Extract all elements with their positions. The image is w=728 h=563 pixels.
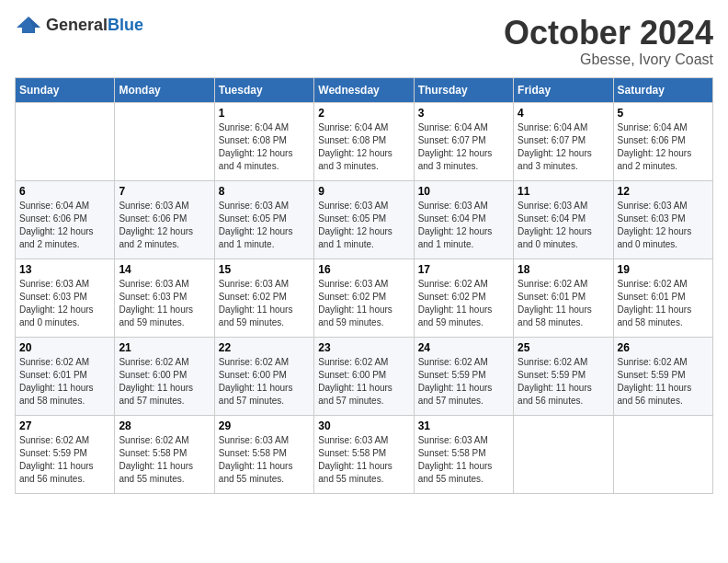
day-info: Sunrise: 6:02 AMSunset: 5:59 PMDaylight:…	[518, 356, 609, 408]
calendar-week-row: 6Sunrise: 6:04 AMSunset: 6:06 PMDaylight…	[16, 180, 713, 259]
day-info: Sunrise: 6:03 AMSunset: 6:05 PMDaylight:…	[318, 200, 409, 251]
calendar-cell: 27Sunrise: 6:02 AMSunset: 5:59 PMDayligh…	[16, 415, 115, 493]
day-info: Sunrise: 6:02 AMSunset: 6:01 PMDaylight:…	[518, 278, 609, 329]
calendar-cell: 26Sunrise: 6:02 AMSunset: 5:59 PMDayligh…	[613, 337, 712, 415]
day-number: 17	[418, 263, 509, 276]
day-info: Sunrise: 6:03 AMSunset: 5:58 PMDaylight:…	[219, 434, 310, 486]
day-info: Sunrise: 6:03 AMSunset: 5:58 PMDaylight:…	[418, 434, 509, 486]
weekday-header-wednesday: Wednesday	[314, 77, 414, 102]
calendar-cell: 6Sunrise: 6:04 AMSunset: 6:06 PMDaylight…	[16, 180, 115, 259]
day-number: 21	[119, 341, 210, 354]
day-info: Sunrise: 6:03 AMSunset: 6:02 PMDaylight:…	[219, 278, 310, 329]
day-info: Sunrise: 6:04 AMSunset: 6:07 PMDaylight:…	[518, 121, 609, 173]
calendar-cell: 17Sunrise: 6:02 AMSunset: 6:02 PMDayligh…	[414, 259, 513, 337]
day-info: Sunrise: 6:02 AMSunset: 6:00 PMDaylight:…	[219, 356, 310, 408]
day-info: Sunrise: 6:02 AMSunset: 6:00 PMDaylight:…	[318, 356, 409, 408]
day-number: 13	[19, 263, 110, 276]
logo: General Blue	[15, 15, 143, 35]
calendar-cell: 10Sunrise: 6:03 AMSunset: 6:04 PMDayligh…	[414, 180, 513, 259]
weekday-header-sunday: Sunday	[16, 77, 115, 102]
day-number: 5	[618, 107, 709, 120]
day-number: 4	[518, 107, 609, 120]
day-number: 2	[318, 107, 409, 120]
day-info: Sunrise: 6:04 AMSunset: 6:06 PMDaylight:…	[19, 200, 110, 251]
calendar-cell: 9Sunrise: 6:03 AMSunset: 6:05 PMDaylight…	[314, 180, 414, 259]
weekday-header-thursday: Thursday	[414, 77, 513, 102]
day-info: Sunrise: 6:03 AMSunset: 6:04 PMDaylight:…	[418, 200, 509, 251]
calendar-cell: 13Sunrise: 6:03 AMSunset: 6:03 PMDayligh…	[16, 259, 115, 337]
day-number: 10	[418, 185, 509, 198]
calendar-cell	[514, 415, 613, 493]
day-number: 11	[518, 185, 609, 198]
calendar-table: SundayMondayTuesdayWednesdayThursdayFrid…	[15, 77, 713, 494]
day-number: 28	[119, 419, 210, 432]
day-info: Sunrise: 6:02 AMSunset: 5:59 PMDaylight:…	[618, 356, 709, 408]
day-number: 16	[318, 263, 409, 276]
weekday-header-saturday: Saturday	[613, 77, 712, 102]
day-number: 18	[518, 263, 609, 276]
day-info: Sunrise: 6:02 AMSunset: 6:01 PMDaylight:…	[618, 278, 709, 329]
calendar-cell	[16, 102, 115, 180]
day-number: 9	[318, 185, 409, 198]
logo-text: General Blue	[46, 16, 143, 35]
day-info: Sunrise: 6:02 AMSunset: 6:02 PMDaylight:…	[418, 278, 509, 329]
weekday-header-tuesday: Tuesday	[214, 77, 313, 102]
calendar-cell: 7Sunrise: 6:03 AMSunset: 6:06 PMDaylight…	[115, 180, 214, 259]
day-info: Sunrise: 6:03 AMSunset: 6:03 PMDaylight:…	[19, 278, 110, 329]
calendar-cell: 28Sunrise: 6:02 AMSunset: 5:58 PMDayligh…	[115, 415, 214, 493]
calendar-cell: 4Sunrise: 6:04 AMSunset: 6:07 PMDaylight…	[514, 102, 613, 180]
calendar-cell: 22Sunrise: 6:02 AMSunset: 6:00 PMDayligh…	[214, 337, 313, 415]
day-number: 31	[418, 419, 509, 432]
logo-blue: Blue	[108, 16, 143, 35]
day-info: Sunrise: 6:04 AMSunset: 6:08 PMDaylight:…	[318, 121, 409, 173]
calendar-cell: 29Sunrise: 6:03 AMSunset: 5:58 PMDayligh…	[214, 415, 313, 493]
title-area: October 2024 Gbesse, Ivory Coast	[504, 15, 713, 68]
calendar-cell: 30Sunrise: 6:03 AMSunset: 5:58 PMDayligh…	[314, 415, 414, 493]
calendar-cell	[613, 415, 712, 493]
day-number: 8	[219, 185, 310, 198]
calendar-cell: 14Sunrise: 6:03 AMSunset: 6:03 PMDayligh…	[115, 259, 214, 337]
calendar-cell: 12Sunrise: 6:03 AMSunset: 6:03 PMDayligh…	[613, 180, 712, 259]
calendar-cell: 16Sunrise: 6:03 AMSunset: 6:02 PMDayligh…	[314, 259, 414, 337]
day-number: 26	[618, 341, 709, 354]
calendar-cell: 25Sunrise: 6:02 AMSunset: 5:59 PMDayligh…	[514, 337, 613, 415]
day-number: 24	[418, 341, 509, 354]
calendar-cell	[115, 102, 214, 180]
day-info: Sunrise: 6:03 AMSunset: 6:04 PMDaylight:…	[518, 200, 609, 251]
logo-general: General	[46, 16, 108, 35]
calendar-cell: 20Sunrise: 6:02 AMSunset: 6:01 PMDayligh…	[16, 337, 115, 415]
calendar-cell: 23Sunrise: 6:02 AMSunset: 6:00 PMDayligh…	[314, 337, 414, 415]
day-info: Sunrise: 6:02 AMSunset: 5:59 PMDaylight:…	[19, 434, 110, 486]
day-info: Sunrise: 6:04 AMSunset: 6:06 PMDaylight:…	[618, 121, 709, 173]
day-number: 19	[618, 263, 709, 276]
day-number: 14	[119, 263, 210, 276]
day-number: 20	[19, 341, 110, 354]
day-info: Sunrise: 6:04 AMSunset: 6:08 PMDaylight:…	[219, 121, 310, 173]
day-number: 1	[219, 107, 310, 120]
day-info: Sunrise: 6:03 AMSunset: 6:06 PMDaylight:…	[119, 200, 210, 251]
day-info: Sunrise: 6:02 AMSunset: 5:58 PMDaylight:…	[119, 434, 210, 486]
day-number: 25	[518, 341, 609, 354]
calendar-week-row: 27Sunrise: 6:02 AMSunset: 5:59 PMDayligh…	[16, 415, 713, 493]
weekday-header-monday: Monday	[115, 77, 214, 102]
day-number: 22	[219, 341, 310, 354]
calendar-cell: 3Sunrise: 6:04 AMSunset: 6:07 PMDaylight…	[414, 102, 513, 180]
calendar-cell: 1Sunrise: 6:04 AMSunset: 6:08 PMDaylight…	[214, 102, 313, 180]
calendar-cell: 24Sunrise: 6:02 AMSunset: 5:59 PMDayligh…	[414, 337, 513, 415]
day-number: 12	[618, 185, 709, 198]
calendar-week-row: 20Sunrise: 6:02 AMSunset: 6:01 PMDayligh…	[16, 337, 713, 415]
calendar-cell: 19Sunrise: 6:02 AMSunset: 6:01 PMDayligh…	[613, 259, 712, 337]
calendar-cell: 8Sunrise: 6:03 AMSunset: 6:05 PMDaylight…	[214, 180, 313, 259]
calendar-week-row: 1Sunrise: 6:04 AMSunset: 6:08 PMDaylight…	[16, 102, 713, 180]
day-number: 27	[19, 419, 110, 432]
day-info: Sunrise: 6:02 AMSunset: 5:59 PMDaylight:…	[418, 356, 509, 408]
day-info: Sunrise: 6:03 AMSunset: 6:05 PMDaylight:…	[219, 200, 310, 251]
day-info: Sunrise: 6:03 AMSunset: 6:03 PMDaylight:…	[119, 278, 210, 329]
calendar-header: General Blue October 2024 Gbesse, Ivory …	[15, 15, 713, 68]
calendar-cell: 31Sunrise: 6:03 AMSunset: 5:58 PMDayligh…	[414, 415, 513, 493]
day-number: 15	[219, 263, 310, 276]
day-info: Sunrise: 6:03 AMSunset: 6:03 PMDaylight:…	[618, 200, 709, 251]
month-title: October 2024	[504, 15, 713, 52]
weekday-header-friday: Friday	[514, 77, 613, 102]
day-number: 30	[318, 419, 409, 432]
